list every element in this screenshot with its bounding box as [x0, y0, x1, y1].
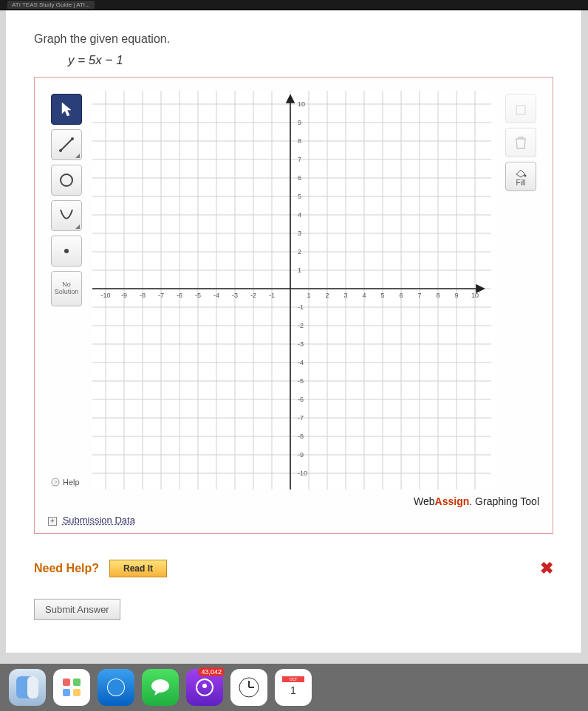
svg-text:4: 4	[362, 292, 366, 299]
svg-text:8: 8	[436, 292, 440, 299]
svg-point-106	[202, 684, 207, 688]
svg-text:-3: -3	[298, 340, 304, 348]
dock-safari[interactable]	[98, 669, 134, 706]
svg-point-3	[61, 174, 72, 186]
svg-text:-8: -8	[298, 433, 304, 440]
point-tool[interactable]	[51, 236, 82, 267]
read-it-button[interactable]: Read It	[109, 560, 167, 577]
submission-data-link[interactable]: Submission Data	[63, 515, 135, 526]
page-content: Graph the given equation. y = 5x − 1	[6, 10, 582, 653]
parabola-icon	[58, 207, 75, 224]
dock-messages[interactable]	[142, 669, 179, 706]
select-tool[interactable]	[51, 94, 82, 125]
svg-text:-10: -10	[298, 470, 307, 477]
clear-tool[interactable]	[505, 94, 536, 123]
svg-text:10: 10	[471, 292, 479, 299]
svg-point-4	[64, 249, 69, 253]
svg-text:-7: -7	[158, 292, 164, 299]
svg-text:1: 1	[290, 684, 296, 696]
graph-canvas[interactable]: -10 -9 -8 -7 -6 -5 -4 -3 -2 -1 1 2 3 4	[92, 91, 495, 490]
svg-point-104	[151, 679, 169, 693]
svg-text:-9: -9	[121, 292, 127, 299]
svg-text:8: 8	[298, 137, 301, 145]
svg-text:-9: -9	[298, 451, 304, 458]
svg-rect-99	[63, 689, 70, 696]
svg-text:4: 4	[298, 211, 301, 219]
point-icon	[58, 242, 75, 260]
svg-text:6: 6	[399, 292, 403, 299]
browser-tab[interactable]: ATI TEAS Study Guide | ATI...	[7, 1, 95, 9]
svg-text:7: 7	[417, 292, 421, 299]
dock-launchpad[interactable]	[53, 669, 90, 706]
svg-text:-1: -1	[269, 292, 275, 299]
svg-text:9: 9	[298, 119, 301, 126]
coordinate-grid[interactable]: -10 -9 -8 -7 -6 -5 -4 -3 -2 -1 1 2 3 4	[92, 91, 491, 490]
svg-text:-3: -3	[232, 292, 238, 299]
line-tool[interactable]	[51, 129, 82, 160]
graph-help-link[interactable]: ? Help	[51, 478, 82, 487]
dock-calendar[interactable]: OCT1	[275, 669, 312, 706]
trash-icon	[514, 135, 527, 150]
svg-rect-100	[73, 689, 81, 696]
svg-text:3: 3	[343, 292, 347, 299]
svg-text:2: 2	[325, 292, 329, 299]
svg-text:3: 3	[298, 230, 301, 237]
svg-text:-6: -6	[298, 396, 304, 403]
svg-text:-5: -5	[298, 377, 304, 385]
dock-clock[interactable]	[230, 669, 267, 706]
svg-text:9: 9	[454, 292, 458, 299]
svg-text:?: ?	[54, 479, 58, 486]
svg-point-102	[108, 679, 124, 695]
submenu-indicator-icon	[75, 154, 80, 158]
no-solution-tool[interactable]: No Solution	[51, 271, 82, 306]
expand-icon[interactable]: +	[48, 517, 57, 526]
help-icon: ?	[51, 478, 60, 487]
question-equation: y = 5x − 1	[68, 53, 553, 68]
pointer-icon	[61, 102, 72, 117]
svg-text:6: 6	[298, 174, 301, 182]
svg-text:-7: -7	[298, 414, 304, 422]
svg-text:-4: -4	[213, 292, 219, 299]
svg-text:-1: -1	[298, 303, 304, 311]
dock-podcasts[interactable]: 43,042	[186, 669, 223, 706]
fill-label: Fill	[516, 179, 526, 187]
parabola-tool[interactable]	[51, 200, 82, 231]
svg-text:2: 2	[298, 248, 301, 255]
fill-icon	[514, 167, 527, 179]
submit-row: Submit Answer	[34, 599, 553, 620]
svg-rect-97	[63, 679, 70, 686]
circle-tool[interactable]	[51, 165, 82, 196]
svg-text:5: 5	[380, 292, 384, 299]
graphing-tool-panel: No Solution ? Help	[34, 77, 553, 534]
launchpad-icon	[61, 677, 82, 698]
podcasts-icon	[195, 678, 214, 697]
axes	[92, 95, 484, 490]
svg-marker-52	[287, 95, 294, 103]
svg-text:1: 1	[307, 292, 310, 299]
need-help-label: Need Help?	[34, 562, 99, 575]
svg-rect-98	[73, 679, 81, 686]
svg-text:7: 7	[298, 156, 301, 163]
svg-text:-2: -2	[298, 322, 304, 329]
macos-dock: 43,042 OCT1	[0, 664, 588, 711]
svg-text:-8: -8	[140, 292, 146, 299]
messages-icon	[150, 678, 171, 697]
svg-text:-2: -2	[250, 292, 256, 299]
submit-answer-button[interactable]: Submit Answer	[34, 599, 120, 620]
tool-branding: WebAssign. Graphing Tool	[48, 495, 539, 507]
svg-text:-6: -6	[177, 292, 182, 299]
finder-icon	[16, 676, 38, 698]
svg-text:-10: -10	[100, 292, 110, 299]
dock-finder[interactable]	[9, 669, 46, 706]
submenu-indicator-icon	[75, 224, 80, 229]
clock-icon	[238, 676, 260, 698]
delete-tool[interactable]	[505, 128, 536, 157]
svg-point-2	[71, 137, 74, 140]
fill-tool[interactable]: Fill	[505, 162, 536, 191]
calendar-icon: OCT1	[282, 676, 304, 698]
right-tool-palette: Fill	[502, 91, 539, 490]
question-prompt: Graph the given equation.	[34, 32, 553, 46]
clear-icon	[513, 101, 528, 116]
no-solution-label-2: Solution	[55, 289, 79, 296]
incorrect-marker-icon: ✖	[540, 559, 553, 578]
